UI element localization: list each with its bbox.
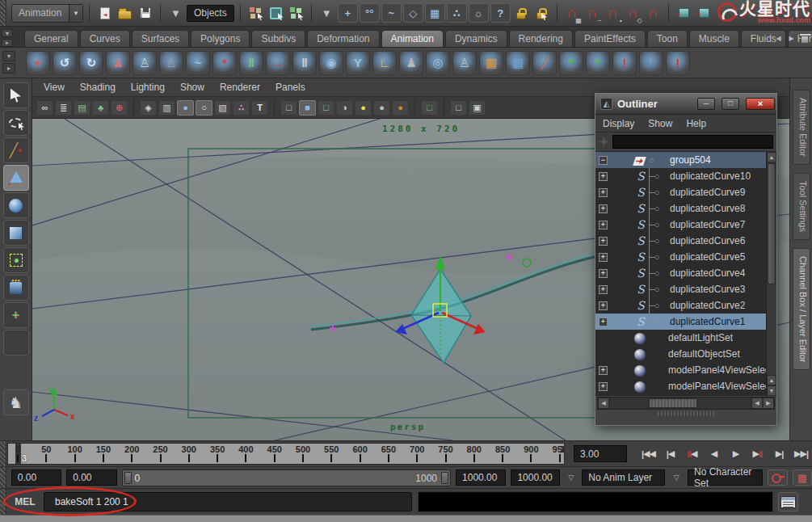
universal-manipulator-tool[interactable] (3, 247, 29, 273)
shelf-tab-toon[interactable]: Toon (647, 30, 688, 47)
shelf-skeletons[interactable]: ♙ (133, 51, 157, 75)
save-scene-button[interactable] (136, 3, 154, 23)
shelf-tab-surfaces[interactable]: Surfaces (132, 30, 189, 47)
all-lights-icon[interactable]: ● (392, 100, 409, 116)
make-live-icon[interactable]: ∩ (644, 3, 663, 23)
shelf-angle-blue[interactable]: ∟ (639, 51, 663, 75)
shelf-figure[interactable]: ♙ (159, 51, 183, 75)
shelf-tab-painteffects[interactable]: PaintEffects (574, 30, 646, 47)
playback-start-field[interactable]: 0.00 (66, 469, 116, 486)
shelf-paint-brush[interactable]: ╱ (532, 51, 557, 75)
lasso-select-tool[interactable] (3, 110, 29, 136)
go-to-start-button[interactable]: |◀◀ (638, 445, 658, 463)
time-slider[interactable]: 3 05010015020025030035040045050055060065… (7, 443, 565, 465)
select-by-hierarchy-icon[interactable] (246, 3, 265, 23)
shelf-tab-curves[interactable]: Curves (80, 30, 130, 47)
outliner-item-duplicatedCurve8-3[interactable]: +S─○duplicatedCurve8 (595, 200, 776, 217)
tool-deformers-icon[interactable]: ▦ (425, 3, 445, 23)
close-button[interactable]: × (746, 98, 775, 110)
wireframe-on-shaded-icon[interactable]: ▧ (214, 100, 231, 116)
shelf-tab-animation[interactable]: Animation (381, 30, 444, 47)
shelf-tab-subdivs[interactable]: Subdivs (251, 30, 305, 47)
outliner-item-duplicatedCurve4-7[interactable]: +S─○duplicatedCurve4 (595, 265, 776, 281)
bookmarks-icon[interactable]: ▤ (74, 100, 90, 116)
shaded-icon[interactable]: ■ (299, 100, 316, 116)
tool-joints-icon[interactable]: °° (360, 3, 380, 23)
playback-end-field[interactable]: 1000.00 (456, 469, 506, 486)
expand-toggle[interactable]: + (599, 301, 608, 310)
outliner-item-modelPanel4ViewSelecte-14[interactable]: +modelPanel4ViewSelecte (595, 378, 776, 394)
scroll-right-icon[interactable]: ▶ (763, 398, 774, 409)
outliner-item-group504-0[interactable]: −○group504 (595, 152, 776, 168)
shelf-set-keyframe[interactable]: + (26, 51, 50, 75)
panel-menu-lighting[interactable]: Lighting (131, 82, 165, 93)
row-grip[interactable] (0, 489, 6, 515)
scrollbar-thumb[interactable] (649, 398, 697, 408)
shelf-menu-button[interactable]: ▸ (2, 39, 13, 47)
shelf-pin-pair[interactable]: ‖ (292, 51, 317, 75)
panel-tab-tool-settings[interactable]: Tool Settings (793, 173, 810, 240)
expand-toggle[interactable]: + (599, 237, 608, 246)
lock-selection-icon[interactable] (532, 3, 551, 23)
shelf-tab-muscle[interactable]: Muscle (689, 30, 739, 47)
show-manipulator-tool[interactable]: + (3, 302, 29, 328)
outliner-item-defaultObjectSet-12[interactable]: +defaultObjectSet (595, 346, 776, 362)
selection-mask-filter-icon[interactable]: ▼ (166, 3, 185, 23)
tool-handles-icon[interactable]: + (338, 3, 358, 23)
shelf-ik-chain[interactable]: → (266, 51, 290, 75)
outliner-item-duplicatedCurve5-6[interactable]: +S─○duplicatedCurve5 (595, 249, 776, 265)
step-back-frame-button[interactable]: |◀ (660, 445, 680, 463)
expand-toggle[interactable]: + (599, 221, 608, 229)
shelf-tab-polygons[interactable]: Polygons (191, 30, 250, 47)
smooth-shade-icon[interactable]: ○ (196, 100, 212, 116)
xray-icon[interactable]: □ (318, 100, 334, 116)
outliner-menu-display[interactable]: Display (603, 118, 634, 129)
image-plane-icon[interactable]: ♣ (92, 100, 109, 116)
expand-toggle[interactable]: + (599, 172, 608, 181)
minimize-button[interactable]: ─ (697, 98, 715, 110)
character-set-field[interactable]: No Character Set (688, 469, 763, 486)
panel-tab-attribute-editor[interactable]: Attribute Editor (793, 90, 810, 165)
panel-menu-show[interactable]: Show (180, 82, 204, 93)
shelf-item-menu-button[interactable]: ▸ (2, 63, 15, 74)
outliner-item-duplicatedCurve9-2[interactable]: +S─○duplicatedCurve9 (595, 184, 776, 200)
outliner-search-input[interactable] (612, 135, 773, 149)
shelf-ghost-panel-orange[interactable]: ▦ (479, 51, 503, 75)
row-grip[interactable] (0, 441, 6, 466)
shelf-character[interactable]: ♟ (106, 51, 130, 75)
outliner-item-modelPanel4ViewSelecte-13[interactable]: +modelPanel4ViewSelecte (595, 362, 776, 378)
range-slider[interactable]: 0 1000 (122, 469, 452, 486)
outliner-item-duplicatedCurve2-9[interactable]: +S─○duplicatedCurve2 (595, 297, 776, 314)
snap-to-curve-icon[interactable]: ∩~ (583, 3, 602, 23)
last-tool-used[interactable]: ♞ (3, 389, 29, 415)
outliner-item-duplicatedCurve10-1[interactable]: +S─○duplicatedCurve10 (595, 168, 776, 184)
shelf-snowflake-a[interactable]: * (559, 51, 583, 75)
new-scene-button[interactable] (95, 3, 114, 23)
toolbar-grip[interactable] (0, 0, 6, 26)
scale-tool[interactable] (3, 220, 29, 246)
scroll-left-icon[interactable]: ◀ (598, 398, 609, 409)
tool-curves-icon[interactable]: ~ (381, 3, 402, 23)
outliner-item-duplicatedCurve3-8[interactable]: +S─○duplicatedCurve3 (595, 281, 776, 297)
shelf-ik-handle[interactable]: * (212, 51, 237, 75)
snap-to-plane-icon[interactable]: ∩◇ (624, 3, 642, 23)
scroll-left-icon[interactable]: ◀ (751, 398, 763, 409)
command-line-input[interactable]: bakeSoft 1 200 1 (44, 492, 412, 511)
move-tool[interactable] (3, 165, 29, 191)
shelf-snowflake-b[interactable]: * (586, 51, 610, 75)
wireframe-icon[interactable]: □ (280, 100, 297, 116)
textured-icon[interactable]: T (251, 100, 268, 116)
expand-toggle[interactable]: + (599, 253, 608, 262)
select-tool[interactable] (3, 82, 29, 108)
expand-toggle[interactable]: + (599, 269, 608, 278)
shelf-aim-constraint[interactable]: ◎ (426, 51, 450, 75)
shelf-tab-dynamics[interactable]: Dynamics (445, 30, 507, 47)
shelf-two-figures[interactable]: ♟ (399, 51, 423, 75)
range-start-handle[interactable] (124, 472, 132, 484)
shaded-display-icon[interactable]: ● (177, 100, 194, 116)
maximize-button[interactable]: □ (722, 98, 739, 110)
shelf-joint-chain[interactable]: ~ (186, 51, 210, 75)
select-by-component-icon[interactable] (287, 3, 305, 23)
step-forward-frame-button[interactable]: ▶| (769, 445, 789, 463)
step-back-key-button[interactable]: ‖◀ (682, 445, 702, 463)
